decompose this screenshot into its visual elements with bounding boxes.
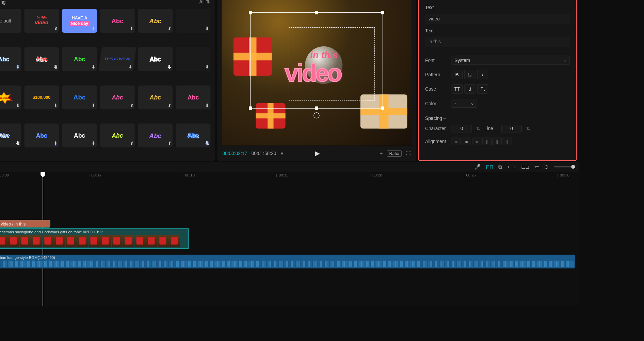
download-icon[interactable]: ⬇ — [54, 27, 57, 31]
text-preset[interactable]: Abc⬇ — [0, 124, 21, 148]
grid-filter[interactable]: All ⇅ — [199, 0, 209, 4]
align-v2[interactable]: ‖ — [493, 138, 502, 145]
color-label: Color — [425, 101, 447, 106]
download-icon[interactable]: ⬇ — [130, 26, 133, 31]
align-right[interactable]: ≡ — [472, 138, 482, 145]
chevron-down-icon: ⌄ — [563, 58, 567, 63]
text-preset[interactable]: Abc⬇ — [138, 85, 173, 109]
text-preset[interactable]: Abc⬇ — [25, 47, 59, 71]
align-center[interactable]: ≡ — [462, 138, 471, 145]
download-icon[interactable]: ⬇ — [16, 64, 19, 69]
player-viewport[interactable]: in this video — [222, 0, 412, 146]
text-preset[interactable]: THIS IS WOW!⬇ — [98, 47, 136, 71]
duration: 00:01:58:20 — [252, 151, 276, 156]
text-preset[interactable]: Abc⬇ — [62, 85, 97, 109]
font-select[interactable]: System⌄ — [452, 56, 570, 65]
text-preset[interactable]: Abc⬇ — [138, 47, 173, 71]
line-spacing-input[interactable] — [501, 125, 522, 133]
settings-icon[interactable]: ▭ — [535, 164, 540, 170]
text-preset[interactable]: Default — [0, 9, 21, 33]
text-preset[interactable]: $100,000⬇ — [25, 85, 59, 109]
audio-clip[interactable]: Urban lounge style BGM(1148490) — [0, 255, 575, 268]
ratio-button[interactable]: Ratio — [387, 150, 402, 157]
text-preset[interactable]: ⬇ — [176, 9, 210, 33]
play-button[interactable]: ▶ — [315, 150, 320, 157]
text-input-1[interactable] — [425, 14, 570, 24]
download-icon[interactable]: ⬇ — [54, 141, 57, 146]
text-preset[interactable]: Abc⬇ — [0, 47, 21, 71]
current-time: 00:00:02:17 — [222, 151, 247, 156]
link-icon[interactable]: ⧉ — [498, 164, 502, 170]
chain-icon[interactable]: ⊂⊃ — [508, 164, 516, 170]
underline-button[interactable]: U — [464, 70, 476, 79]
align-left[interactable]: ≡ — [452, 138, 461, 145]
preview-icon[interactable]: ⊏⊐ — [521, 164, 530, 170]
magnet-icon[interactable]: ⊓⊓ — [486, 164, 494, 170]
text-preset[interactable]: AWESOME!⬇ — [0, 85, 21, 109]
align-v3[interactable]: ‖ — [503, 138, 512, 145]
svg-text:AWESOME!: AWESOME! — [0, 96, 11, 99]
download-icon[interactable]: ⬇ — [130, 103, 133, 108]
align-v1[interactable]: ‖ — [482, 138, 492, 145]
download-icon[interactable]: ⬇ — [54, 103, 57, 108]
text-preset[interactable]: ⬇ — [176, 47, 210, 71]
text-preset[interactable]: Abc⬇ — [62, 47, 97, 71]
text-label: Text — [425, 3, 570, 11]
zoom-slider[interactable] — [554, 166, 575, 168]
download-icon[interactable]: ⬇ — [92, 141, 95, 146]
spacing-section[interactable]: Spacing – — [425, 111, 570, 121]
character-spacing-input[interactable] — [452, 125, 472, 133]
download-icon[interactable]: ⬇ — [54, 64, 57, 69]
bold-button[interactable]: B — [452, 70, 463, 79]
text-overlay[interactable]: in this video — [285, 50, 341, 87]
download-icon[interactable]: ⬇ — [167, 141, 171, 146]
download-icon[interactable]: ⬇ — [167, 103, 171, 108]
focus-icon[interactable]: ⌖ — [380, 151, 383, 156]
color-select[interactable]: -⌄ — [452, 99, 477, 108]
case-label: Case — [425, 87, 447, 92]
italic-button[interactable]: I — [477, 70, 488, 79]
text-preset[interactable]: Abc⬇ — [176, 124, 210, 148]
fullscreen-icon[interactable]: ⛶ — [406, 151, 411, 156]
download-icon[interactable]: ⬇ — [16, 103, 19, 108]
font-label: Font — [425, 58, 447, 63]
text-preset[interactable]: Abc⬇ — [62, 124, 97, 148]
text-preset[interactable]: Abc⬇ — [100, 9, 134, 33]
download-icon[interactable]: ⬇ — [205, 141, 209, 146]
text-clip[interactable]: ≡ video / in this — [0, 220, 50, 228]
download-icon[interactable]: ⬇ — [130, 141, 133, 146]
download-icon[interactable]: ⬇ — [167, 64, 171, 69]
rotate-handle[interactable] — [313, 112, 320, 118]
case-title-button[interactable]: Tt — [477, 84, 488, 94]
grid-heading: Trending — [0, 0, 6, 4]
zoom-out-icon[interactable]: ⊖ — [544, 164, 549, 170]
text-preset[interactable]: Abc⬇ — [100, 85, 134, 109]
text-preset[interactable]: Abc⬇ — [25, 124, 59, 148]
download-icon[interactable]: ⬇ — [92, 26, 95, 31]
volume-icon[interactable]: ≡ — [280, 151, 283, 156]
download-icon[interactable]: ⬇ — [128, 64, 132, 69]
text-preset[interactable]: in thisvideo⬇ — [25, 9, 59, 33]
text-preset[interactable]: Abc⬇ — [176, 85, 210, 109]
text-label: Text — [425, 26, 570, 34]
text-preset[interactable]: Abc⬇ — [100, 124, 134, 148]
text-input-2[interactable] — [425, 36, 570, 47]
download-icon[interactable]: ⬇ — [205, 64, 209, 69]
text-preset[interactable]: HAVE ANice day⬇ — [62, 9, 97, 33]
video-clip[interactable]: Christmas snowglobe and Christmas gifts … — [0, 228, 189, 249]
mic-icon[interactable]: 🎤 — [474, 164, 481, 170]
download-icon[interactable]: ⬇ — [16, 141, 19, 146]
text-preset[interactable]: Abc⬇ — [138, 124, 173, 148]
case-lower-button[interactable]: tt — [464, 84, 476, 94]
text-preset[interactable]: Abc⬇ — [138, 9, 173, 33]
download-icon[interactable]: ⬇ — [92, 64, 95, 69]
chevron-down-icon: ⌄ — [470, 100, 474, 106]
download-icon[interactable]: ⬇ — [205, 26, 209, 31]
player-panel: Player ≡ in this video 00:00:02:17 00:01… — [217, 0, 416, 161]
case-upper-button[interactable]: TT — [452, 84, 463, 94]
download-icon[interactable]: ⬇ — [92, 103, 95, 108]
download-icon[interactable]: ⬇ — [167, 26, 171, 31]
pattern-label: Pattern — [425, 72, 447, 77]
timeline-ruler[interactable]: 00:00 00:05 00:10 00:15 00:20 00:25 00:3… — [0, 172, 579, 180]
download-icon[interactable]: ⬇ — [205, 103, 209, 108]
